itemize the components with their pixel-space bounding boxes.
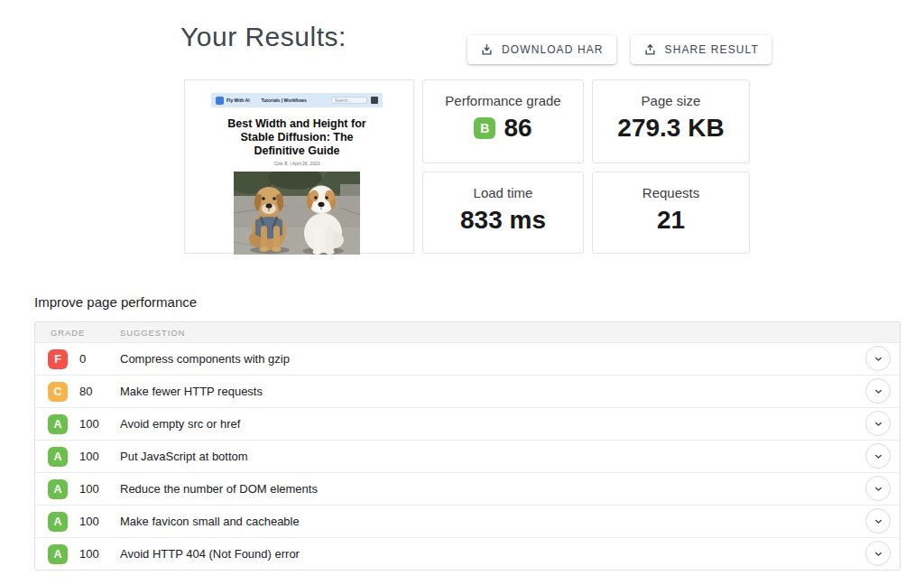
suggestion-row: A 100 Avoid empty src or href [35, 407, 900, 440]
stat-label: Performance grade [423, 93, 583, 108]
grade-badge: A [48, 512, 68, 532]
grade-badge: A [48, 447, 68, 467]
puppies-image [234, 172, 360, 255]
chevron-down-icon [873, 353, 884, 365]
suggestion-text: Make fewer HTTP requests [120, 385, 263, 398]
performance-grade-value: 86 [504, 114, 531, 143]
site-search-box: Search... [331, 97, 367, 104]
requests-value: 21 [593, 206, 749, 235]
site-brand: Fly With AI [226, 98, 250, 103]
stat-value: B 86 [423, 114, 583, 143]
suggestions-table: GRADE SUGGESTION F 0 Compress components… [34, 321, 901, 571]
grade-score: 100 [79, 482, 112, 496]
suggestion-row: A 100 Avoid HTTP 404 (Not Found) error [35, 537, 900, 570]
grade-score: 100 [79, 515, 112, 528]
results-page: Your Results: DOWNLOAD HAR SHARE RESULT … [0, 0, 924, 585]
article-byline: Cole B. | April 26, 2023 [211, 161, 383, 166]
grade-column-header: GRADE [51, 328, 120, 338]
grade-score: 100 [79, 417, 112, 431]
expand-row-button[interactable] [865, 411, 891, 436]
page-size-value: 279.3 KB [593, 114, 749, 143]
download-har-label: DOWNLOAD HAR [502, 43, 604, 56]
stat-card-page-size: Page size 279.3 KB [592, 79, 750, 163]
suggestion-text: Avoid HTTP 404 (Not Found) error [120, 547, 300, 561]
expand-row-button[interactable] [865, 443, 891, 469]
stat-label: Page size [593, 93, 749, 108]
grade-badge: A [48, 479, 68, 499]
stat-card-load-time: Load time 833 ms [422, 172, 584, 254]
grade-badge: C [48, 382, 68, 402]
chevron-down-icon [873, 515, 884, 527]
page-title: Your Results: [180, 22, 346, 52]
share-tray-icon [643, 43, 657, 57]
article-title: Best Width and Height for Stable Diffusi… [211, 117, 383, 158]
site-header: Fly With AI Tutorials | Workflows Search… [211, 93, 383, 107]
site-logo-icon [216, 97, 224, 105]
table-header: GRADE SUGGESTION [35, 322, 900, 342]
grade-score: 100 [79, 450, 112, 463]
site-nav: Tutorials | Workflows [262, 98, 307, 103]
expand-row-button[interactable] [865, 346, 891, 371]
stat-label: Load time [423, 185, 583, 200]
chevron-down-icon [873, 450, 884, 462]
page-screenshot-card: Fly With AI Tutorials | Workflows Search… [184, 79, 414, 254]
grade-badge: F [48, 349, 68, 369]
website-preview: Fly With AI Tutorials | Workflows Search… [211, 93, 383, 241]
suggestion-text: Reduce the number of DOM elements [120, 482, 318, 496]
expand-row-button[interactable] [865, 508, 891, 534]
stats-grid: Performance grade B 86 Page size 279.3 K… [422, 79, 750, 254]
result-actions: DOWNLOAD HAR SHARE RESULT [467, 35, 772, 64]
chevron-down-icon [873, 418, 884, 430]
grade-badge: A [48, 544, 68, 564]
stat-label: Requests [593, 185, 749, 200]
download-har-button[interactable]: DOWNLOAD HAR [467, 35, 616, 64]
grade-score: 80 [79, 385, 112, 398]
suggestion-row: F 0 Compress components with gzip [35, 342, 900, 375]
chevron-down-icon [873, 385, 884, 397]
stat-card-performance-grade: Performance grade B 86 [422, 79, 584, 163]
grade-badge: A [48, 414, 68, 434]
suggestion-text: Put JavaScript at bottom [120, 450, 248, 463]
expand-row-button[interactable] [865, 378, 891, 404]
suggestion-rows: F 0 Compress components with gzip C 80 M… [35, 342, 900, 570]
chevron-down-icon [873, 483, 884, 495]
suggestion-row: A 100 Put JavaScript at bottom [35, 440, 900, 472]
suggestion-column-header: SUGGESTION [120, 328, 185, 338]
suggestion-text: Compress components with gzip [120, 352, 290, 366]
share-result-button[interactable]: SHARE RESULT [631, 35, 772, 64]
chevron-down-icon [873, 548, 884, 560]
suggestion-text: Make favicon small and cacheable [120, 515, 300, 528]
share-result-label: SHARE RESULT [665, 43, 759, 56]
suggestion-row: A 100 Make favicon small and cacheable [35, 505, 900, 537]
performance-grade-badge: B [474, 117, 495, 139]
load-time-value: 833 ms [423, 206, 583, 235]
suggestion-row: A 100 Reduce the number of DOM elements [35, 472, 900, 505]
suggestion-row: C 80 Make fewer HTTP requests [35, 375, 900, 407]
grade-score: 0 [79, 352, 112, 366]
expand-row-button[interactable] [865, 541, 891, 566]
expand-row-button[interactable] [865, 476, 891, 501]
grade-score: 100 [79, 547, 112, 561]
download-tray-icon [480, 43, 494, 57]
improve-section-heading: Improve page performance [34, 294, 197, 310]
suggestion-text: Avoid empty src or href [120, 417, 240, 431]
stat-card-requests: Requests 21 [592, 172, 750, 254]
site-header-button [371, 97, 378, 104]
